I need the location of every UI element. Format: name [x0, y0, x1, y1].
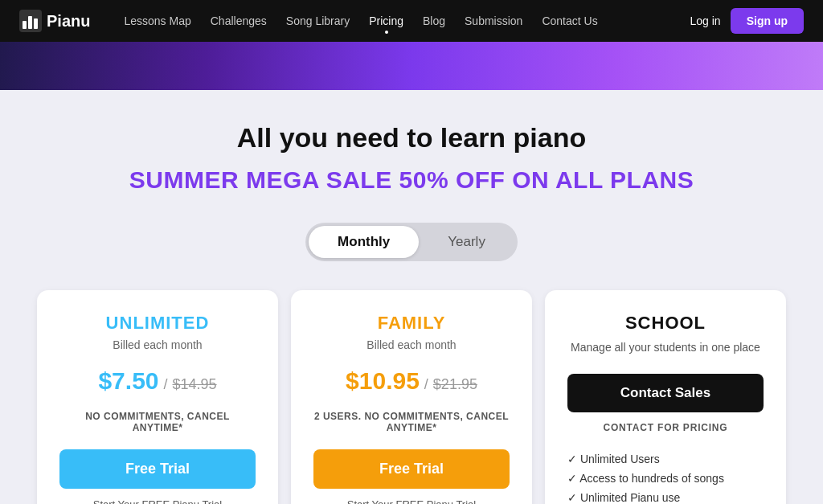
hero-banner: [0, 42, 823, 90]
school-plan-sub: Manage all your students in one place: [567, 340, 764, 356]
unlimited-price-current: $7.50: [98, 367, 158, 395]
family-billed: Billed each month: [313, 338, 510, 351]
contact-pricing-label: CONTACT FOR PRICING: [567, 422, 764, 433]
school-features-list: Unlimited Users Access to hundreds of so…: [567, 449, 764, 504]
school-feature-3: Unlimited Pianu use: [567, 488, 764, 504]
signup-button[interactable]: Sign up: [731, 8, 804, 34]
nav-contact-us[interactable]: Contact Us: [534, 10, 605, 32]
unlimited-start-text: Start Your FREE Pianu Trial: [59, 498, 256, 504]
school-feature-2: Access to hundreds of songs: [567, 469, 764, 488]
pricing-cards: UNLIMITED Billed each month $7.50 / $14.…: [19, 290, 804, 504]
school-plan-name: SCHOOL: [567, 313, 764, 334]
family-start-text: Start Your FREE Pianu Trial: [313, 498, 510, 504]
unlimited-billed: Billed each month: [59, 338, 256, 351]
monthly-toggle[interactable]: Monthly: [309, 226, 419, 258]
unlimited-price-slash: /: [164, 376, 168, 393]
nav-blog[interactable]: Blog: [415, 10, 453, 32]
navbar: Pianu Lessons Map Challenges Song Librar…: [0, 0, 823, 42]
sale-banner: SUMMER MEGA SALE 50% OFF ON ALL PLANS: [19, 166, 804, 194]
unlimited-plan-name: UNLIMITED: [59, 313, 256, 334]
yearly-toggle[interactable]: Yearly: [419, 226, 514, 258]
nav-challenges[interactable]: Challenges: [203, 10, 275, 32]
unlimited-free-trial-button[interactable]: Free Trial: [59, 449, 256, 489]
login-button[interactable]: Log in: [690, 14, 721, 27]
family-price-row: $10.95 / $21.95: [313, 367, 510, 395]
nav-links: Lessons Map Challenges Song Library Pric…: [116, 10, 690, 32]
unlimited-price-row: $7.50 / $14.95: [59, 367, 256, 395]
family-price-current: $10.95: [346, 367, 420, 395]
school-feature-1: Unlimited Users: [567, 449, 764, 469]
family-plan-card: FAMILY Billed each month $10.95 / $21.95…: [291, 290, 532, 504]
family-price-old: $21.95: [433, 376, 477, 393]
family-plan-name: FAMILY: [313, 313, 510, 334]
svg-rect-2: [28, 16, 32, 29]
unlimited-price-old: $14.95: [173, 376, 217, 393]
school-plan-card: SCHOOL Manage all your students in one p…: [545, 290, 786, 504]
nav-lessons-map[interactable]: Lessons Map: [116, 10, 199, 32]
pianu-logo-icon: [19, 10, 42, 32]
page-title: All you need to learn piano: [19, 122, 804, 154]
main-content: All you need to learn piano SUMMER MEGA …: [0, 90, 823, 504]
active-indicator: [385, 31, 388, 34]
contact-sales-button[interactable]: Contact Sales: [567, 374, 764, 412]
svg-rect-1: [23, 21, 27, 29]
svg-rect-3: [34, 18, 38, 29]
nav-submission[interactable]: Submission: [457, 10, 530, 32]
family-free-trial-button[interactable]: Free Trial: [313, 449, 510, 489]
nav-song-library[interactable]: Song Library: [278, 10, 358, 32]
nav-pricing[interactable]: Pricing: [361, 10, 412, 32]
family-no-commit: 2 USERS. NO COMMITMENTS, CANCEL ANYTIME*: [313, 411, 510, 433]
unlimited-plan-card: UNLIMITED Billed each month $7.50 / $14.…: [37, 290, 278, 504]
logo[interactable]: Pianu: [19, 10, 90, 32]
nav-auth: Log in Sign up: [690, 8, 804, 34]
unlimited-no-commit: NO COMMITMENTS, CANCEL ANYTIME*: [59, 411, 256, 433]
family-price-slash: /: [424, 376, 428, 393]
logo-text: Pianu: [47, 12, 90, 31]
billing-toggle: Monthly Yearly: [305, 223, 518, 261]
